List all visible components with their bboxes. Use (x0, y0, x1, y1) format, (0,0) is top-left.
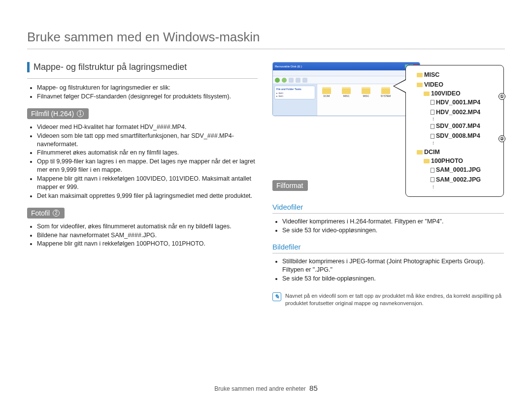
list-item: Bildene har navneformatet SAM_####.JPG. (37, 231, 258, 240)
folder-icon: SYSTEM (378, 87, 393, 97)
tree-label: DCIM (424, 149, 440, 156)
callout-2-icon: ② (499, 135, 505, 142)
folder-icon (417, 150, 423, 155)
folder-icon: DCIM (319, 87, 334, 97)
pill-fotofil: Fotofil 2 (27, 208, 65, 219)
subheading-videofiler: Videofiler (272, 203, 504, 214)
file-icon (431, 177, 434, 182)
up-icon (289, 78, 294, 83)
folder-icon (424, 159, 430, 163)
page-number: 85 (309, 384, 318, 392)
window-title: Removable Disk (E:) (275, 65, 302, 68)
figure-folder-structure: Removable Disk (E:) File and Folder Task… (272, 62, 504, 170)
note-text: Navnet på en videofil som er tatt opp av… (285, 292, 504, 307)
file-icon (431, 100, 434, 105)
pill-label: Filmfil (H.264) (31, 110, 74, 118)
back-icon (275, 78, 280, 83)
folder-icon (424, 92, 430, 96)
list-item: Se side 53 for bilde-oppløsningen. (282, 275, 504, 283)
list-item: Mappene blir gitt navn i rekkefølgen 100… (37, 175, 258, 191)
tree-file: HDV_0002.MP4 (436, 109, 480, 116)
folder-icon: MISC (359, 87, 373, 97)
subheading-bildefiler: Bildefiler (272, 243, 504, 253)
tree-label: MISC (424, 71, 439, 78)
panel-heading: File and Folder Tasks (276, 88, 313, 91)
folder-icon: MISC (339, 87, 354, 97)
note-icon: ✎ (272, 292, 281, 301)
intro-list: Mappe- og filstrukturen for lagringsmedi… (27, 84, 258, 101)
list-item: Som for videofiler, økes filnummeret aut… (37, 222, 258, 231)
list-item: Videofiler komprimeres i H.264-formatet.… (282, 218, 504, 226)
pill-label: Fotofil (31, 209, 50, 217)
pill-filmfil: Filmfil (H.264) 1 (27, 108, 89, 119)
page-title: Bruke sammen med en Windows-maskin (27, 30, 505, 49)
tree-file: SAM_0001.JPG (436, 166, 481, 173)
film-list: Videoer med HD-kvalitet har formatet HDV… (27, 123, 258, 200)
tree-label: VIDEO (424, 81, 443, 88)
list-item: Se side 53 for video-oppløsningen. (282, 226, 504, 235)
note-box: ✎ Navnet på en videofil som er tatt opp … (272, 292, 504, 307)
pill-label: Filformat (276, 182, 303, 189)
menu-bar (273, 70, 420, 76)
pill-number-icon: 1 (77, 110, 84, 117)
page-footer: Bruke sammen med andre enheter 85 (0, 384, 532, 392)
list-item: Stillbilder komprimeres i JPEG-format (J… (282, 257, 504, 274)
list-item: Mappe- og filstrukturen for lagringsmedi… (37, 84, 258, 92)
tree-label: 100VIDEO (431, 90, 461, 97)
list-item: Det kan maksimalt opprettes 9,999 filer … (37, 192, 258, 200)
side-panel: File and Folder Tasks ▸ item▸ item (273, 84, 317, 116)
tree-label: 100PHOTO (431, 157, 463, 164)
file-icon (431, 134, 434, 139)
list-item: Mappene blir gitt navn i rekkefølgen 100… (37, 240, 258, 248)
pill-number-icon: 2 (53, 210, 60, 217)
search-icon (296, 78, 300, 83)
folders-icon (302, 78, 307, 83)
file-icon (431, 110, 434, 115)
callout-1-icon: ① (499, 93, 505, 100)
footer-chapter: Bruke sammen med andre enheter (214, 385, 305, 392)
tree-file: SDV_0008.MP4 (436, 132, 480, 139)
list-item: Filnummeret økes automatisk når en ny fi… (37, 149, 258, 157)
pill-filformat: Filformat (272, 180, 308, 191)
list-item: Opp til 9,999-filer kan lagres i en mapp… (37, 157, 258, 174)
folder-icon (417, 73, 423, 77)
tree-file: HDV_0001.MP4 (436, 99, 480, 106)
foto-list: Som for videofiler, økes filnummeret aut… (27, 222, 258, 249)
forward-icon (282, 78, 287, 83)
list-item: Filnavnet følger DCF-standarden (designr… (37, 93, 258, 101)
file-icon (431, 124, 434, 129)
list-item: Videoer med HD-kvalitet har formatet HDV… (37, 123, 258, 131)
section-heading: Mappe- og filstruktur på lagringsmediet (27, 62, 258, 72)
tree-file: SAM_0002.JPG (436, 176, 481, 183)
video-list: Videofiler komprimeres i H.264-formatet.… (272, 218, 504, 235)
file-icon (431, 168, 434, 173)
list-item: Videoen som ble tatt opp med smartfilter… (37, 132, 258, 149)
image-list: Stillbilder komprimeres i JPEG-format (J… (272, 257, 504, 283)
tree-file: SDV_0007.MP4 (436, 123, 480, 129)
folder-tree: MISC VIDEO 100VIDEO HDV_0001.MP4 HDV_000… (405, 65, 504, 197)
folder-icon (417, 83, 423, 87)
